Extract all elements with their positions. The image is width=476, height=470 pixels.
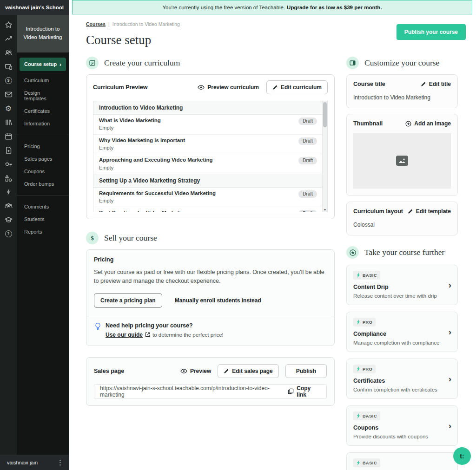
curriculum-layout-value: Colossal — [353, 222, 451, 228]
use-our-guide-link[interactable]: Use our guide — [106, 332, 143, 338]
user-name: vaishnavi jain — [7, 460, 38, 465]
mail-icon[interactable] — [5, 91, 13, 98]
upgrade-link[interactable]: Upgrade for as low as $39 per month. — [287, 5, 382, 10]
user-bar: vaishnavi jain ⋮ — [0, 455, 69, 470]
chevron-right-icon: › — [60, 61, 61, 67]
sales-url[interactable]: https://vaishnavi-jain-s-school.teachabl… — [100, 385, 288, 398]
graduation-cap-icon[interactable] — [5, 216, 13, 224]
main-area: You're currently using the free version … — [69, 0, 476, 470]
dollar-icon[interactable]: $ — [5, 77, 13, 85]
pencil-icon — [272, 85, 278, 90]
breadcrumb-courses[interactable]: Courses — [86, 21, 106, 27]
section-title-further: Take your course further — [364, 248, 444, 257]
feature-card-order-bumps[interactable]: BASIC Order Bumps Sell other products wi… — [346, 452, 458, 470]
sidebar-item-coupons[interactable]: Coupons — [19, 165, 67, 177]
teachable-fab-button[interactable]: t: — [453, 447, 471, 465]
tier-badge: PRO — [353, 365, 376, 373]
scroll-down-icon[interactable]: ▾ — [323, 208, 327, 212]
trending-icon[interactable] — [5, 35, 13, 43]
curriculum-lesson-row[interactable]: What is Video Marketing Empty Draft — [93, 115, 322, 135]
sidebar-item-curriculum[interactable]: Curriculum — [19, 74, 67, 86]
course-title-card: Course title Edit title Introduction to … — [346, 74, 458, 108]
sales-page-card: Sales page Preview Edit sales page Publi… — [86, 357, 335, 406]
sidebar-item-pricing[interactable]: Pricing — [19, 140, 67, 152]
kebab-menu-icon[interactable]: ⋮ — [57, 458, 64, 467]
draft-badge: Draft — [298, 157, 317, 164]
sidebar-item-information[interactable]: Information — [19, 118, 67, 130]
curriculum-lesson-row[interactable]: Approaching and Executing Video Marketin… — [93, 154, 322, 174]
scrollbar[interactable]: ▾ — [322, 101, 327, 212]
tier-badge: BASIC — [353, 411, 380, 420]
curriculum-checklist-icon — [86, 57, 99, 69]
curriculum-card-title: Curriculum Preview — [93, 84, 147, 91]
curriculum-lesson-row[interactable]: Best Practices for Video Marketing Draft — [93, 207, 322, 212]
devices-icon[interactable] — [5, 63, 13, 71]
create-pricing-plan-button[interactable]: Create a pricing plan — [94, 293, 162, 308]
chevron-right-icon: › — [449, 468, 451, 470]
content: Courses | Introduction to Video Marketin… — [69, 14, 476, 470]
further-section-head: Take your course further — [346, 246, 458, 259]
feature-card-compliance[interactable]: PRO Compliance Manage completion with co… — [346, 312, 458, 352]
sidebar-item-order-bumps[interactable]: Order bumps — [19, 178, 67, 190]
sidebar-item-course-setup[interactable]: Course setup› — [20, 58, 66, 71]
key-icon[interactable] — [5, 160, 13, 168]
chevron-right-icon: › — [449, 374, 451, 384]
sidebar-item-comments[interactable]: Comments — [19, 201, 67, 213]
sell-course-block: $ Sell your course Pricing Set your cour… — [86, 232, 335, 406]
sidebar-item-reports[interactable]: Reports — [19, 226, 67, 238]
bolt-icon — [357, 366, 360, 372]
publish-sales-button[interactable]: Publish — [285, 364, 327, 378]
edit-title-link[interactable]: Edit title — [421, 81, 451, 87]
people-group-icon[interactable] — [5, 202, 13, 210]
school-name[interactable]: vaishnavi jain's School — [0, 0, 69, 15]
pencil-icon — [408, 209, 413, 214]
sidebar-item-design-templates[interactable]: Design templates — [19, 87, 67, 104]
pricing-card-title: Pricing — [94, 256, 327, 263]
calendar-icon[interactable] — [5, 132, 13, 140]
shapes-icon[interactable] — [5, 174, 13, 182]
help-icon[interactable]: ? — [5, 230, 13, 238]
tier-badge: BASIC — [353, 458, 380, 467]
sidebar-item-sales-pages[interactable]: Sales pages — [19, 153, 67, 165]
feature-card-certificates[interactable]: PRO Certificates Confirm completion with… — [346, 359, 458, 399]
image-icon — [396, 156, 408, 166]
feature-card-content-drip[interactable]: BASIC Content Drip Release content over … — [346, 265, 458, 305]
curriculum-preview-list: Introduction to Video Marketing What is … — [93, 101, 328, 212]
curriculum-lesson-row[interactable]: Requirements for Successful Video Market… — [93, 188, 322, 208]
users-icon[interactable] — [5, 49, 13, 57]
curriculum-section-row: Introduction to Video Marketing — [93, 101, 322, 115]
sales-card-title: Sales page — [94, 368, 124, 374]
create-curriculum-section-head: Create your curriculum — [86, 57, 335, 69]
copy-link-button[interactable]: Copy link — [288, 385, 321, 398]
curriculum-lesson-row[interactable]: Why Video Marketing is Important Empty D… — [93, 135, 322, 155]
chevron-right-icon: › — [449, 327, 451, 337]
tip-line: Use our guide to determine the perfect p… — [106, 332, 224, 338]
feature-card-coupons[interactable]: BASIC Coupons Provide discounts with cou… — [346, 405, 458, 446]
thumbnail-card: Thumbnail Add an image — [346, 114, 458, 196]
bolt-icon[interactable] — [5, 188, 13, 196]
draft-badge: Draft — [298, 137, 317, 145]
sidebar-course-name[interactable]: Introduction to Video Marketing — [17, 15, 69, 52]
library-icon[interactable] — [5, 118, 13, 126]
edit-sales-page-button[interactable]: Edit sales page — [218, 364, 278, 378]
tier-badge: BASIC — [353, 271, 380, 280]
right-column: Customize your course Course title Edit … — [346, 57, 458, 470]
star-circle-icon — [346, 246, 359, 259]
course-title-label: Course title — [353, 81, 385, 87]
file-plus-icon[interactable] — [5, 146, 13, 154]
manually-enroll-link[interactable]: Manually enroll students instead — [175, 297, 261, 304]
draft-badge: Draft — [298, 118, 317, 125]
add-image-link[interactable]: Add an image — [405, 120, 451, 127]
scrollbar-thumb[interactable] — [323, 102, 327, 127]
edit-template-link[interactable]: Edit template — [408, 208, 451, 215]
preview-curriculum-link[interactable]: Preview curriculum — [198, 84, 259, 91]
preview-sales-link[interactable]: Preview — [180, 368, 211, 374]
sidebar-item-certificates[interactable]: Certificates — [19, 105, 67, 117]
thumbnail-placeholder[interactable] — [353, 133, 451, 189]
gear-icon[interactable]: ⚙ — [5, 104, 13, 112]
edit-curriculum-button[interactable]: Edit curriculum — [266, 80, 328, 94]
sidebar-item-students[interactable]: Students — [19, 213, 67, 225]
star-icon[interactable] — [5, 21, 13, 29]
menu-group-sales: Pricing Sales pages Coupons Order bumps — [17, 135, 69, 191]
eye-icon — [180, 368, 187, 374]
